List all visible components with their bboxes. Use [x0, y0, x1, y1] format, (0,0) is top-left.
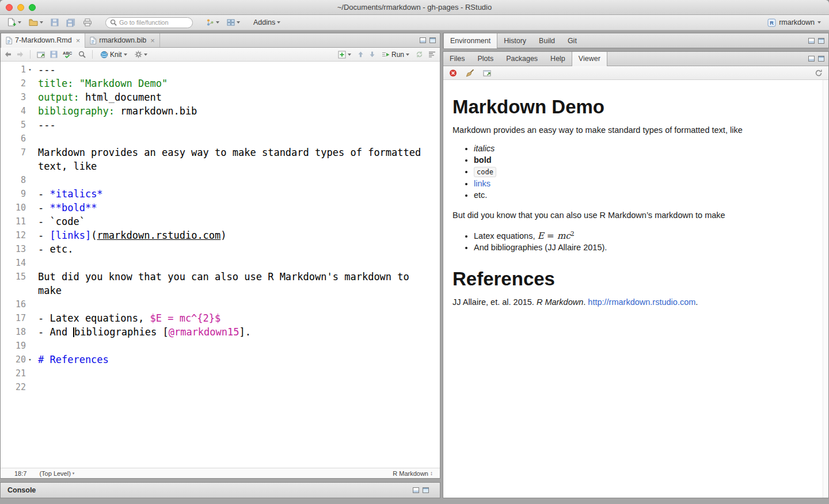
spellcheck-icon[interactable]: ABC — [63, 51, 73, 59]
zoom-icon[interactable] — [29, 4, 36, 11]
fold-arrow-icon[interactable]: ▾ — [26, 353, 34, 366]
editor-row[interactable]: 9- *italics* — [1, 187, 440, 201]
maximize-pane-icon[interactable] — [429, 37, 436, 43]
fold-arrow-icon — [26, 242, 34, 256]
editor-row[interactable]: 3output: html_document — [1, 90, 440, 104]
close-icon[interactable]: × — [76, 37, 81, 44]
editor-row[interactable]: 12- [links](rmarkdown.rstudio.com) — [1, 228, 440, 242]
link[interactable]: http://rmarkdown.rstudio.com — [588, 297, 695, 307]
knit-button[interactable]: Knit — [99, 49, 128, 60]
tab-viewer[interactable]: Viewer — [572, 52, 607, 66]
save-icon[interactable] — [50, 51, 58, 58]
project-selector[interactable]: R rmarkdown — [766, 17, 823, 28]
tab-packages[interactable]: Packages — [500, 52, 544, 66]
minimize-pane-icon[interactable] — [808, 56, 815, 62]
pane-layout-button[interactable] — [226, 18, 241, 27]
insert-chunk-button[interactable] — [337, 49, 352, 60]
environment-pane: EnvironmentHistoryBuildGit — [443, 33, 829, 48]
goto-file-input[interactable] — [119, 19, 184, 26]
console-header[interactable]: Console — [1, 483, 440, 498]
maximize-pane-icon[interactable] — [423, 487, 429, 493]
tab-build[interactable]: Build — [533, 33, 561, 48]
minimize-pane-icon[interactable] — [420, 37, 426, 43]
minimize-pane-icon[interactable] — [808, 38, 815, 44]
editor-row[interactable]: text, like — [1, 159, 440, 173]
popout-icon[interactable] — [483, 70, 491, 77]
editor-row[interactable]: 7Markdown provides an easy way to make s… — [1, 146, 440, 159]
save-button[interactable] — [50, 17, 60, 28]
editor-row[interactable]: 19 — [1, 339, 440, 353]
close-icon[interactable] — [6, 4, 13, 11]
editor-row[interactable]: 16 — [1, 297, 440, 311]
tab-plots[interactable]: Plots — [471, 52, 500, 66]
chunk-up-icon[interactable] — [358, 51, 364, 58]
fold-arrow-icon — [26, 118, 34, 132]
source-tab[interactable]: rmarkdown.bib× — [85, 33, 160, 47]
caret-down-icon — [40, 21, 43, 24]
line-number: 10 — [1, 201, 34, 215]
fold-arrow-icon — [26, 132, 34, 146]
editor-row[interactable]: 20▾# References — [1, 353, 440, 366]
tab-environment[interactable]: Environment — [443, 33, 497, 48]
editor-row[interactable]: 4bibliography: rmarkdown.bib — [1, 104, 440, 118]
link[interactable]: links — [474, 179, 490, 188]
tab-history[interactable]: History — [497, 33, 533, 48]
version-control-button[interactable] — [205, 17, 220, 28]
editor-row[interactable]: 6 — [1, 132, 440, 146]
broom-icon[interactable] — [466, 69, 474, 77]
maximize-pane-icon[interactable] — [818, 38, 824, 44]
tab-files[interactable]: Files — [443, 52, 471, 66]
viewer-list-1: italicsboldcodelinksetc. — [452, 143, 805, 201]
caret-down-icon — [18, 21, 21, 24]
editor-row[interactable]: make — [1, 284, 440, 297]
addins-button[interactable]: Addins — [252, 17, 282, 28]
new-file-button[interactable] — [6, 17, 22, 28]
editor-row[interactable]: 17- Latex equations, $E = mc^{2}$ — [1, 311, 440, 325]
editor-row[interactable]: 8 — [1, 173, 440, 187]
viewer-scrollbar[interactable] — [823, 80, 828, 498]
editor-row[interactable]: 13- etc. — [1, 242, 440, 256]
code-editor[interactable]: 1▾---2title: "Markdown Demo"3output: htm… — [1, 62, 440, 468]
editor-row[interactable]: 2title: "Markdown Demo" — [1, 77, 440, 90]
save-all-button[interactable] — [65, 17, 77, 28]
editor-row[interactable]: 5--- — [1, 118, 440, 132]
search-icon[interactable] — [78, 51, 86, 58]
minimize-icon[interactable] — [17, 4, 24, 11]
editor-row[interactable]: 10- **bold** — [1, 201, 440, 215]
goto-file-search[interactable] — [105, 17, 193, 28]
tab-help[interactable]: Help — [544, 52, 572, 66]
settings-button[interactable] — [134, 49, 149, 59]
popout-icon[interactable] — [37, 51, 45, 58]
console-pane: Console — [0, 482, 440, 498]
editor-row[interactable]: 1▾--- — [1, 63, 440, 77]
doc-format-selector[interactable]: R Markdown ↕ — [393, 470, 433, 477]
outline-icon[interactable] — [428, 51, 436, 58]
maximize-pane-icon[interactable] — [818, 56, 824, 62]
editor-row[interactable]: 21 — [1, 366, 440, 380]
back-icon[interactable] — [5, 51, 12, 58]
forward-icon[interactable] — [17, 51, 24, 58]
tab-label: rmarkdown.bib — [99, 36, 146, 44]
refresh-icon[interactable] — [815, 69, 823, 77]
tab-git[interactable]: Git — [561, 33, 583, 48]
run-button[interactable]: Run — [381, 49, 410, 60]
minimize-pane-icon[interactable] — [413, 487, 419, 493]
editor-row[interactable]: 14 — [1, 256, 440, 270]
source-tab[interactable]: 7-Markdown.Rmd× — [1, 33, 85, 47]
caret-down-icon — [216, 21, 219, 24]
scope-selector[interactable]: (Top Level) ▾ — [39, 470, 74, 477]
fold-arrow-icon[interactable]: ▾ — [26, 63, 34, 77]
up-down-icon: ↕ — [430, 470, 433, 476]
open-file-button[interactable] — [28, 18, 44, 27]
chunk-down-icon[interactable] — [369, 51, 375, 58]
editor-row[interactable]: 18- And bibliographies [@rmarkdown15]. — [1, 325, 440, 339]
editor-row[interactable]: 11- `code` — [1, 215, 440, 228]
print-button[interactable] — [82, 17, 93, 28]
editor-row[interactable]: 15But did you know that you can also use… — [1, 270, 440, 284]
line-number: 13 — [1, 242, 34, 256]
editor-row[interactable]: 22 — [1, 380, 440, 394]
viewer-list-2: Latex equations, E = mc2And bibliographi… — [452, 228, 805, 253]
clear-viewer-icon[interactable] — [449, 69, 457, 77]
rerun-icon[interactable] — [416, 51, 423, 58]
close-icon[interactable]: × — [150, 37, 155, 44]
